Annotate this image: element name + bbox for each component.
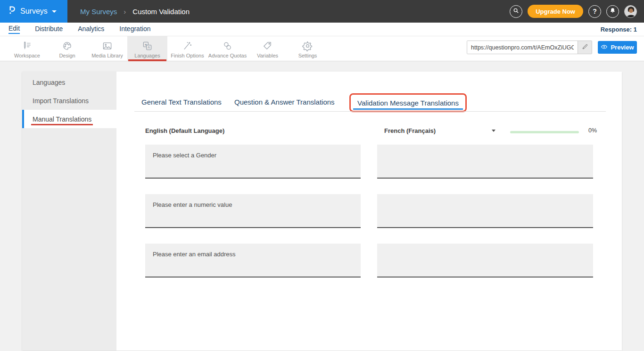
toolbar-workspace[interactable]: Workspace: [7, 36, 47, 61]
toolbar-advance-quotas[interactable]: Advance Quotas: [207, 36, 248, 61]
annotation-box-validation-tab: Validation Message Translations: [349, 93, 467, 112]
upgrade-button[interactable]: Upgrade Now: [528, 5, 583, 18]
target-input-email[interactable]: [377, 244, 593, 278]
breadcrumb-my-surveys[interactable]: My Surveys: [80, 8, 117, 16]
bell-icon: [609, 7, 616, 16]
languages-panel: Languages Import Translations Manual Tra…: [22, 72, 622, 351]
survey-url-input[interactable]: [467, 41, 578, 54]
nav-tab-integration[interactable]: Integration: [119, 25, 150, 33]
search-icon: [512, 7, 520, 16]
tab-general-text-translations[interactable]: General Text Translations: [141, 98, 222, 106]
media-library-icon: [102, 40, 113, 51]
sidebar-item-label: Manual Translations: [33, 115, 91, 123]
help-icon: ?: [593, 8, 597, 15]
edit-toolbar: Workspace Design Media Library ★ A: [0, 36, 644, 61]
chevron-down-icon[interactable]: [492, 130, 495, 132]
page-background: Languages Import Translations Manual Tra…: [0, 61, 644, 351]
active-tab-underline: [353, 108, 463, 110]
svg-text:★: ★: [144, 42, 147, 46]
product-switcher[interactable]: Surveys: [0, 0, 67, 23]
workspace-icon: [22, 40, 33, 51]
source-text-email: Please enter an email address: [145, 244, 361, 278]
pencil-icon: [582, 43, 588, 52]
toolbar-design[interactable]: Design: [47, 36, 87, 61]
advance-quotas-icon: [222, 40, 233, 51]
avatar[interactable]: [624, 5, 637, 18]
target-input-numeric[interactable]: [377, 194, 593, 228]
tab-validation-message-translations[interactable]: Validation Message Translations: [357, 99, 459, 107]
translations-main: General Text Translations Question & Ans…: [116, 72, 622, 351]
survey-url-box: [467, 41, 592, 54]
sidebar-item-manual-translations[interactable]: Manual Translations: [22, 110, 116, 128]
toolbar-settings[interactable]: Settings: [288, 36, 328, 61]
svg-text:A: A: [148, 45, 150, 49]
help-button[interactable]: ?: [588, 5, 601, 18]
sidebar-item-import-translations[interactable]: Import Translations: [22, 91, 116, 110]
toolbar-languages[interactable]: ★ A Languages: [127, 36, 167, 61]
product-switcher-label: Surveys: [20, 7, 48, 16]
eye-icon: [601, 43, 608, 52]
search-button[interactable]: [510, 5, 522, 18]
toolbar-media-library[interactable]: Media Library: [87, 36, 127, 61]
toolbar-finish-options[interactable]: Finish Options: [167, 36, 207, 61]
app-header: Surveys My Surveys › Custom Validation U…: [0, 0, 644, 23]
nav-tab-edit[interactable]: Edit: [8, 24, 20, 34]
source-text-gender: Please select a Gender: [145, 145, 361, 179]
preview-button-label: Preview: [611, 44, 634, 51]
toolbar-variables[interactable]: Variables: [248, 36, 288, 61]
breadcrumb-separator-icon: ›: [124, 8, 126, 16]
sidebar-item-label: Import Translations: [33, 97, 89, 105]
target-language-dropdown[interactable]: French (Français): [384, 127, 436, 134]
sidebar-item-label: Languages: [33, 79, 65, 86]
nav-tab-analytics[interactable]: Analytics: [78, 25, 104, 33]
breadcrumb: My Surveys › Custom Validation: [80, 8, 190, 16]
tabs-separator: [134, 111, 606, 112]
notifications-button[interactable]: [606, 5, 619, 18]
translation-progress-percent: 0%: [588, 127, 597, 134]
design-icon: [62, 40, 73, 51]
survey-nav: Edit Distribute Analytics Integration Re…: [0, 23, 644, 36]
annotation-underline-languages: [128, 59, 166, 61]
translation-progress-bar: [510, 131, 579, 133]
languages-icon: ★ A: [142, 40, 153, 51]
finish-options-icon: [182, 40, 193, 51]
edit-url-button[interactable]: [578, 41, 592, 54]
preview-button[interactable]: Preview: [598, 41, 637, 54]
source-text-numeric: Please enter a numeric value: [145, 194, 361, 228]
tab-question-answer-translations[interactable]: Question & Answer Translations: [234, 98, 335, 106]
settings-icon: [302, 40, 313, 51]
response-count[interactable]: Response: 1: [601, 26, 637, 33]
chevron-down-icon: [52, 10, 57, 13]
target-input-gender[interactable]: [377, 145, 593, 179]
variables-icon: [262, 40, 273, 51]
sidebar-item-languages[interactable]: Languages: [22, 73, 116, 91]
annotation-underline-manual-translations: [31, 124, 93, 125]
source-language-label: English (Default Language): [145, 127, 224, 134]
questionpro-logo-icon: [8, 5, 16, 17]
header-actions: Upgrade Now ?: [510, 5, 644, 18]
languages-sidebar: Languages Import Translations Manual Tra…: [22, 72, 116, 351]
nav-tab-distribute[interactable]: Distribute: [35, 25, 63, 33]
breadcrumb-current: Custom Validation: [132, 8, 190, 16]
